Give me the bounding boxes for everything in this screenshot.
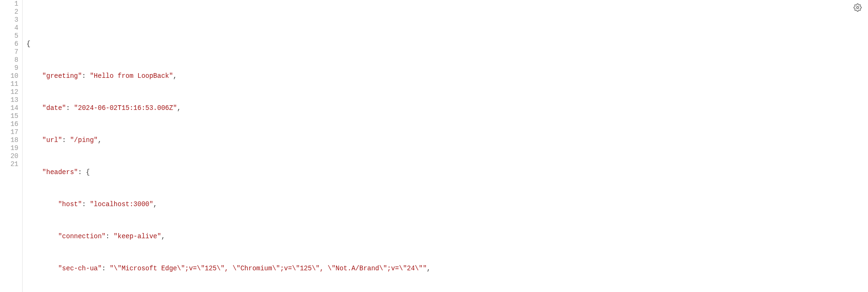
line-number: 21 <box>0 160 18 168</box>
gear-icon[interactable] <box>853 3 862 12</box>
svg-point-0 <box>857 7 859 9</box>
line-number: 5 <box>0 32 18 40</box>
line-number: 11 <box>0 80 18 88</box>
line-number: 12 <box>0 88 18 96</box>
line-number: 9 <box>0 64 18 72</box>
line-number-gutter: 1 2 3 4 5 6 7 8 9 10 11 12 13 14 15 16 1… <box>0 0 23 292</box>
code-line: "connection": "keep-alive", <box>26 233 864 241</box>
line-number: 3 <box>0 16 18 24</box>
line-number: 15 <box>0 112 18 120</box>
code-line: "url": "/ping", <box>26 136 864 144</box>
line-number: 20 <box>0 152 18 160</box>
line-number: 16 <box>0 120 18 128</box>
line-number: 17 <box>0 128 18 136</box>
line-number: 2 <box>0 8 18 16</box>
code-line: "date": "2024-06-02T15:16:53.006Z", <box>26 104 864 112</box>
code-line: { <box>26 40 864 48</box>
line-number: 8 <box>0 56 18 64</box>
code-line: "sec-ch-ua": "\"Microsoft Edge\";v=\"125… <box>26 265 864 273</box>
line-number: 19 <box>0 144 18 152</box>
code-editor[interactable]: { "greeting": "Hello from LoopBack", "da… <box>23 0 868 292</box>
line-number: 18 <box>0 136 18 144</box>
line-number: 4 <box>0 24 18 32</box>
line-number: 10 <box>0 72 18 80</box>
line-number: 7 <box>0 48 18 56</box>
line-number: 13 <box>0 96 18 104</box>
line-number: 1 <box>0 0 18 8</box>
code-line: "headers": { <box>26 168 864 176</box>
line-number: 6 <box>0 40 18 48</box>
code-line: "host": "localhost:3000", <box>26 200 864 209</box>
code-line: "greeting": "Hello from LoopBack", <box>26 72 864 80</box>
line-number: 14 <box>0 104 18 112</box>
